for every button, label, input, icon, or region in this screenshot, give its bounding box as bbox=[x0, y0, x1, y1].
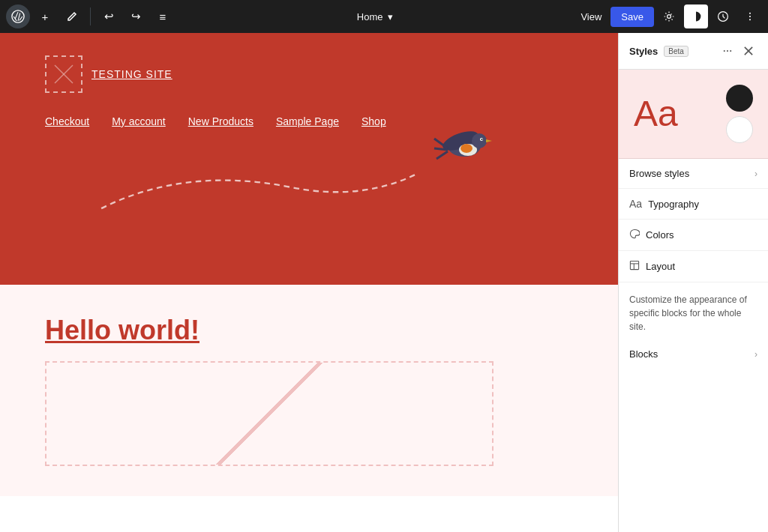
hero-area bbox=[45, 127, 573, 240]
layout-row-left: Layout bbox=[629, 260, 675, 273]
svg-marker-14 bbox=[486, 139, 492, 142]
colors-icon bbox=[629, 229, 640, 241]
page-chevron-icon: ▾ bbox=[388, 11, 393, 22]
preview-aa-text: Aa bbox=[634, 96, 678, 132]
plugins-button[interactable] bbox=[711, 4, 735, 28]
site-body: Hello world! bbox=[0, 285, 618, 496]
svg-point-6 bbox=[749, 19, 751, 20]
svg-point-4 bbox=[749, 13, 751, 14]
add-block-button[interactable]: + bbox=[33, 4, 57, 28]
svg-point-19 bbox=[730, 50, 731, 52]
typography-label: Typography bbox=[648, 199, 699, 210]
typography-icon: Aa bbox=[629, 198, 642, 210]
separator-1 bbox=[90, 7, 91, 25]
browse-styles-label: Browse styles bbox=[629, 168, 689, 179]
svg-point-18 bbox=[727, 50, 728, 52]
svg-point-17 bbox=[724, 50, 725, 52]
preview-circles bbox=[726, 85, 753, 143]
canvas: TESTING SITE Checkout My account New Pro… bbox=[0, 33, 618, 532]
styles-panel-header: Styles Beta bbox=[619, 33, 768, 70]
layout-label: Layout bbox=[646, 261, 675, 272]
typography-row-left: Aa Typography bbox=[629, 198, 699, 210]
panel-header-icons bbox=[718, 42, 758, 60]
view-button[interactable]: View bbox=[574, 8, 608, 25]
panel-close-button[interactable] bbox=[740, 42, 758, 60]
svg-point-1 bbox=[668, 15, 671, 19]
panel-more-options-button[interactable] bbox=[718, 42, 736, 60]
layout-icon bbox=[629, 260, 640, 273]
nav-sample-page[interactable]: Sample Page bbox=[276, 115, 339, 127]
blocks-row[interactable]: Blocks › bbox=[619, 341, 768, 367]
page-selector[interactable]: Home ▾ bbox=[351, 8, 399, 25]
page-name: Home bbox=[357, 11, 383, 22]
svg-point-12 bbox=[460, 144, 472, 153]
list-view-button[interactable]: ≡ bbox=[151, 4, 175, 28]
main-area: TESTING SITE Checkout My account New Pro… bbox=[0, 33, 768, 532]
content-placeholder bbox=[45, 361, 494, 466]
svg-point-16 bbox=[482, 139, 483, 140]
beta-badge: Beta bbox=[664, 46, 688, 57]
bird-illustration bbox=[430, 120, 498, 169]
colors-row[interactable]: Colors bbox=[619, 220, 768, 251]
site-header: TESTING SITE Checkout My account New Pro… bbox=[0, 33, 618, 285]
styles-button[interactable] bbox=[684, 4, 708, 28]
settings-button[interactable] bbox=[657, 4, 681, 28]
styles-panel: Styles Beta Aa bbox=[618, 33, 768, 532]
wp-logo[interactable] bbox=[6, 4, 30, 28]
toolbar-center: Home ▾ bbox=[178, 8, 572, 25]
nav-new-products[interactable]: New Products bbox=[188, 115, 254, 127]
light-circle bbox=[726, 116, 753, 143]
site-title: TESTING SITE bbox=[92, 68, 172, 80]
nav-account[interactable]: My account bbox=[112, 115, 166, 127]
redo-button[interactable]: ↪ bbox=[124, 4, 148, 28]
blocks-chevron-icon: › bbox=[754, 349, 758, 360]
edit-button[interactable] bbox=[60, 4, 84, 28]
customize-text: Customize the appearance of specific blo… bbox=[619, 282, 768, 341]
site-logo-placeholder bbox=[45, 55, 82, 93]
nav-shop[interactable]: Shop bbox=[362, 115, 386, 127]
typography-row[interactable]: Aa Typography bbox=[619, 189, 768, 220]
site-logo-area: TESTING SITE bbox=[45, 55, 573, 93]
panel-title-area: Styles Beta bbox=[629, 46, 688, 57]
layout-row[interactable]: Layout bbox=[619, 251, 768, 282]
svg-rect-22 bbox=[630, 261, 638, 269]
style-preview: Aa bbox=[619, 70, 768, 159]
toolbar: + ↩ ↪ ≡ Home ▾ View Save bbox=[0, 0, 768, 33]
hello-world-heading: Hello world! bbox=[45, 315, 573, 346]
svg-point-5 bbox=[749, 16, 751, 17]
nav-checkout[interactable]: Checkout bbox=[45, 115, 89, 127]
blocks-label: Blocks bbox=[629, 348, 658, 360]
more-options-button[interactable] bbox=[738, 4, 762, 28]
colors-label: Colors bbox=[646, 229, 674, 241]
svg-point-13 bbox=[472, 133, 487, 148]
browse-styles-chevron-icon: › bbox=[754, 169, 758, 179]
save-button[interactable]: Save bbox=[610, 7, 654, 27]
site-preview: TESTING SITE Checkout My account New Pro… bbox=[0, 33, 618, 532]
dark-circle bbox=[726, 85, 753, 112]
undo-button[interactable]: ↩ bbox=[97, 4, 121, 28]
browse-styles-row[interactable]: Browse styles › bbox=[619, 159, 768, 189]
toolbar-right: View Save bbox=[574, 4, 762, 28]
colors-row-left: Colors bbox=[629, 229, 674, 241]
styles-panel-title: Styles bbox=[629, 46, 658, 57]
